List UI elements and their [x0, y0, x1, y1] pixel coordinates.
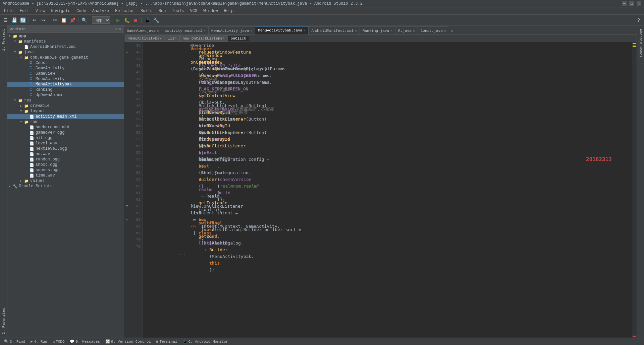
menu-item-edit[interactable]: Edit	[17, 8, 32, 14]
tree-label-values: values	[30, 179, 45, 183]
bottom-tab-vcs[interactable]: 🔀 9: Version Control	[103, 339, 154, 344]
tab-androidmanifest-close[interactable]: ✕	[355, 29, 357, 33]
code-content[interactable]: @Override protected void onCreate (Bundl…	[143, 42, 632, 338]
maximize-button[interactable]: □	[629, 1, 634, 6]
toolbar-search[interactable]: 🔍	[80, 16, 88, 24]
tree-manifests[interactable]: ▼ 📁 manifests	[7, 39, 124, 44]
method-tab-lisn[interactable]: lisn	[165, 36, 179, 42]
menu-item-window[interactable]: Window	[201, 8, 220, 14]
menu-item-build[interactable]: Build	[138, 8, 155, 14]
tree-const[interactable]: C Const	[7, 60, 124, 66]
menu-item-code[interactable]: Code	[74, 8, 89, 14]
tree-activity-main-xml[interactable]: 📄 activity_main.xml	[7, 114, 124, 119]
tree-androidmanifest[interactable]: 📄 AndroidManifest.xml	[7, 44, 124, 50]
tree-level-wav[interactable]: 📄 level.wav	[7, 141, 124, 146]
menu-item-view[interactable]: View	[33, 8, 48, 14]
method-tab-class[interactable]: MenuActivitybak	[125, 36, 165, 42]
stop-button[interactable]: ⏹	[131, 16, 140, 24]
debug-button[interactable]: 🐛	[123, 16, 131, 24]
tab-menuactivitybak[interactable]: MenuActivitybak.java ✕	[255, 26, 309, 34]
bottom-tab-terminal[interactable]: ⊡ Terminal	[154, 339, 180, 344]
gutter-57	[124, 163, 130, 169]
menu-item-refactor[interactable]: Refactor	[112, 8, 137, 14]
menu-item-navigate[interactable]: Navigate	[48, 8, 73, 14]
tab-menuactivity-close[interactable]: ✕	[250, 29, 252, 33]
bottom-tab-find[interactable]: 🔍 3: Find	[1, 339, 28, 344]
project-close-icon[interactable]: ✕	[119, 27, 121, 31]
toolbar-paste[interactable]: 📌	[68, 16, 76, 24]
tab-ranking-close[interactable]: ✕	[390, 29, 392, 33]
tab-const-close[interactable]: ✕	[444, 29, 446, 33]
tree-supers-ogg[interactable]: 📄 supers.ogg	[7, 167, 124, 173]
tab-activity-main-xml[interactable]: activity_main.xml ✕	[162, 26, 209, 34]
tab-androidmanifest[interactable]: AndroidManifest.xml ✕	[309, 26, 360, 34]
project-sync-icon[interactable]: ⚙	[115, 27, 118, 31]
linenum-48: 48	[130, 102, 141, 109]
gutter-63-collapse[interactable]: ▼	[126, 205, 128, 208]
menu-item-file[interactable]: File	[1, 8, 16, 14]
tree-gameactivity[interactable]: C GameActivity	[7, 66, 124, 71]
tree-no-wav[interactable]: 📄 no.wav	[7, 151, 124, 157]
tree-gradle-scripts[interactable]: ▶ 🔧 Gradle Scripts	[7, 184, 124, 189]
method-tab-onclick[interactable]: onClick	[228, 36, 249, 41]
tree-time-wav[interactable]: 📄 time.wav	[7, 173, 124, 178]
sdk-button[interactable]: 🔧	[152, 16, 160, 24]
tree-nextlevel-ogg[interactable]: 📄 nextlevel.ogg	[7, 146, 124, 151]
tab-overflow[interactable]: »	[449, 28, 455, 34]
bottom-tab-messages[interactable]: 💬 0: Messages	[67, 339, 103, 344]
bottom-tab-todo[interactable]: ☑ TODO	[50, 339, 67, 344]
favorites-tab[interactable]: 2: Favorites	[1, 304, 7, 338]
menu-item-tools[interactable]: Tools	[169, 8, 187, 14]
tree-menuactivitybak[interactable]: C MenuActivitybak	[7, 82, 124, 87]
close-button[interactable]: ✕	[637, 1, 641, 6]
tab-r-java-close[interactable]: ✕	[413, 29, 415, 33]
tree-raw[interactable]: ▼ 📁 raw	[7, 119, 124, 125]
menu-item-vcs[interactable]: VCS	[187, 8, 200, 14]
tree-drawable[interactable]: ▶ 📁 drawable	[7, 103, 124, 109]
bottom-tab-run[interactable]: ▶ 4: Run	[28, 339, 50, 344]
minimize-button[interactable]: ─	[622, 1, 627, 6]
bottom-tab-android-monitor[interactable]: 📱 6: Android Monitor	[180, 339, 231, 344]
tree-res[interactable]: ▼ 📁 res	[7, 98, 124, 103]
tree-gameover-ogg[interactable]: 📄 gameover.ogg	[7, 130, 124, 135]
tree-menuactivity[interactable]: C MenuActivity	[7, 76, 124, 82]
tree-layout[interactable]: ▼ 📁 layout	[7, 109, 124, 114]
tab-activity-main-xml-close[interactable]: ✕	[204, 29, 206, 33]
tree-updownanima[interactable]: C UpDownAnima	[7, 92, 124, 98]
tree-java[interactable]: ▼ 📁 java	[7, 50, 124, 55]
toolbar-undo[interactable]: ↩	[31, 16, 39, 24]
tree-hit-ogg[interactable]: 📄 hit.ogg	[7, 135, 124, 141]
terminal-tab-icon: ⊡	[156, 339, 159, 344]
toolbar-copy[interactable]: 📋	[60, 16, 68, 24]
toolbar-redo[interactable]: ↪	[39, 16, 47, 24]
method-tab-new-onclick[interactable]: new OnClickListener	[179, 36, 227, 42]
tree-gameview[interactable]: C GameView	[7, 71, 124, 76]
tree-ranking[interactable]: C Ranking	[7, 87, 124, 92]
menu-item-analyze[interactable]: Analyze	[90, 8, 112, 14]
tree-values[interactable]: ▶ 📁 values	[7, 178, 124, 184]
menu-item-run[interactable]: Run	[156, 8, 169, 14]
tab-const[interactable]: Const.java ✕	[418, 26, 449, 34]
run-button[interactable]: ▶	[114, 16, 122, 24]
tree-package[interactable]: ▼ 📁 com.example.game.gamehit	[7, 55, 124, 60]
menu-item-help[interactable]: Help	[221, 8, 236, 14]
project-tab[interactable]: 1: Project	[1, 25, 7, 54]
tree-background-mid[interactable]: 📄 background.mid	[7, 125, 124, 130]
avd-button[interactable]: 📱	[143, 16, 151, 24]
toolbar-btn-3[interactable]: 🔄	[19, 16, 27, 24]
tab-menuactivitybak-close[interactable]: ✕	[304, 28, 306, 32]
tree-random-ogg[interactable]: 📄 random.ogg	[7, 157, 124, 162]
tree-shoot-ogg[interactable]: 📄 shoot.ogg	[7, 162, 124, 167]
toolbar-btn-1[interactable]: ☰	[1, 16, 9, 24]
tab-gameview-close[interactable]: ✕	[157, 29, 159, 33]
tab-ranking[interactable]: Ranking.java ✕	[360, 26, 395, 34]
tree-app[interactable]: ▼ 📁 app	[7, 33, 124, 39]
tab-menuactivity[interactable]: MenuActivity.java ✕	[209, 26, 255, 34]
android-model-tab[interactable]: Android Model	[638, 25, 644, 61]
toolbar-btn-2[interactable]: 💾	[10, 16, 18, 24]
help-button[interactable]: ?	[635, 16, 643, 24]
toolbar-cut[interactable]: ✂	[51, 16, 59, 24]
tab-gameview[interactable]: GameView.java ✕	[124, 26, 162, 34]
run-config-dropdown[interactable]: app	[92, 16, 110, 24]
tab-r-java[interactable]: R.java ✕	[395, 26, 418, 34]
